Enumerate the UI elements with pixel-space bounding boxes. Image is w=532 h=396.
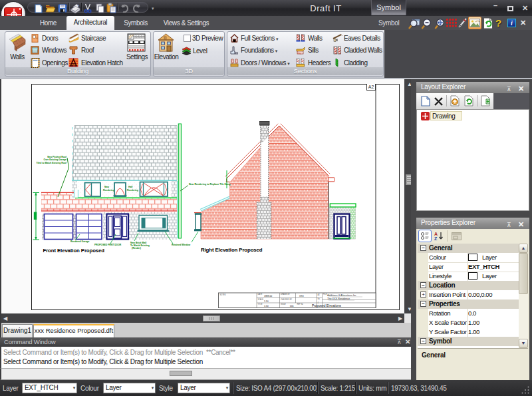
svg-text:New: New [104, 186, 109, 188]
svg-text:Proposed Elevations: Proposed Elevations [312, 304, 342, 307]
svg-text:Rendering: Rendering [103, 189, 114, 192]
svg-text:Rendering: Rendering [127, 189, 138, 192]
svg-text:CHECKED BY: CHECKED BY [281, 298, 292, 301]
svg-text:Z: Z [434, 236, 438, 241]
svg-text:TITLE: TITLE [258, 303, 263, 305]
svg-text:Rendered Garage: Rendered Garage [70, 240, 89, 243]
svg-text:Over Existing Garage: Over Existing Garage [44, 158, 67, 161]
svg-text:1.50: 1.50 [264, 305, 269, 307]
svg-text:A: A [434, 232, 438, 236]
svg-text:PROPOSED FRNT DOOR: PROPOSED FRNT DOOR [94, 244, 122, 246]
svg-text:001: 001 [290, 305, 294, 307]
svg-text:XXX: XXX [299, 295, 305, 297]
svg-text:Tiled to Match Existing Roof: Tiled to Match Existing Roof [36, 162, 66, 164]
svg-text:Half: Half [128, 186, 133, 188]
svg-text:New Pitched Roof: New Pitched Roof [47, 156, 67, 158]
svg-text:(Render): (Render) [132, 247, 141, 250]
svg-text:NOTES: NOTES [220, 294, 226, 296]
svg-text:A2: A2 [318, 294, 321, 296]
svg-text:DRAWN BY: DRAWN BY [281, 293, 290, 296]
svg-text:1:10: 1:10 [264, 300, 269, 303]
svg-text:DATE: DATE [258, 293, 263, 296]
svg-text:Retained Window: Retained Window [172, 244, 191, 246]
svg-text:No.: No. [318, 297, 321, 300]
svg-text:Right Elevation Proposed: Right Elevation Proposed [201, 247, 263, 253]
svg-text:Additions & Alterations for: Additions & Alterations for [327, 294, 356, 297]
svg-text:Front Elevation Proposed: Front Elevation Proposed [43, 248, 105, 254]
svg-text:SCALE: SCALE [258, 298, 264, 301]
svg-text:ISSUE: ISSUE [281, 303, 286, 305]
svg-text:The XXX Residence: The XXX Residence [327, 297, 350, 300]
svg-text:REF No: REF No [297, 303, 304, 305]
svg-text:FILE: FILE [323, 293, 327, 296]
svg-text:1888.00: 1888.00 [264, 295, 272, 297]
svg-text:New Rendering to Replace Tile: New Rendering to Replace Tile Hang [189, 183, 230, 186]
